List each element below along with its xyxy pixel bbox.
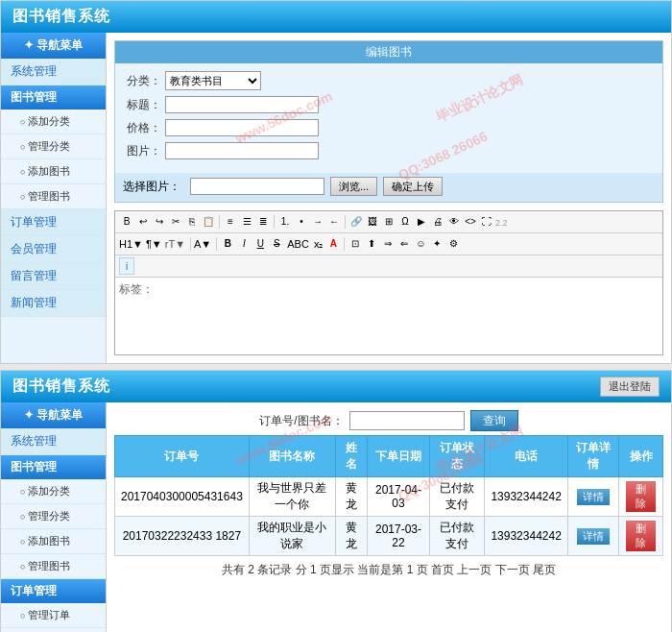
table-row: 2017040300005431643 我与世界只差一个你 黄龙 2017-04… — [115, 477, 663, 517]
sidebar-bottom: ✦ 导航菜单 系统管理 图书管理 添加分类 管理分类 添加图书 管理图书 订单管… — [1, 402, 107, 632]
rte-heading-label: H1▼ — [119, 238, 143, 250]
rte-media-btn[interactable]: ▶ — [414, 213, 429, 231]
sidebar2-item-add-book[interactable]: 添加图书 — [1, 529, 106, 554]
cell-detail-1: 详情 — [567, 477, 619, 517]
col-header-bookname: 图书名称 — [249, 436, 335, 477]
sidebar-header: ✦ 导航菜单 — [1, 33, 106, 59]
rte-color-btn[interactable]: A — [325, 235, 341, 253]
table-row: 20170322232433 1827 我的职业是小说家 黄龙 2017-03-… — [115, 517, 663, 556]
rte-ol-btn[interactable]: 1. — [277, 213, 293, 231]
image-label: 图片： — [127, 143, 160, 159]
rte-bold-btn[interactable]: B — [119, 213, 134, 231]
rte-undo-btn[interactable]: ↩ — [135, 213, 151, 231]
sidebar2-item-view-orders[interactable]: 查阅订单 — [1, 628, 106, 632]
cell-date-1: 2017-04-03 — [368, 477, 430, 517]
detail-btn-2[interactable]: 详情 — [577, 528, 610, 545]
col-header-date: 下单日期 — [368, 436, 430, 477]
rte-alignright-btn[interactable]: ≣ — [255, 213, 271, 231]
sidebar2-item-manage-orders[interactable]: 管理订单 — [1, 603, 106, 628]
rte-placeholder: 标签： — [119, 282, 154, 296]
rte-table-btn[interactable]: ⊞ — [381, 213, 396, 231]
search-button[interactable]: 查询 — [470, 410, 518, 431]
sidebar-item-add-book[interactable]: 添加图书 — [1, 159, 106, 184]
rte-charmap2-label: ABC — [287, 238, 309, 250]
search-input[interactable] — [349, 411, 465, 430]
rte-upload2-btn[interactable]: ⬆ — [364, 235, 379, 253]
rte-underline2-btn[interactable]: U — [252, 235, 268, 253]
rte-print-btn[interactable]: 🖨 — [430, 213, 445, 231]
exit-button[interactable]: 退出登陆 — [600, 377, 660, 397]
rte-code-btn[interactable]: <> — [463, 213, 478, 231]
sidebar2-item-orders[interactable]: 订单管理 — [1, 579, 106, 603]
sidebar-item-news[interactable]: 新闻管理 — [1, 290, 106, 317]
rte-link-btn[interactable]: 🔗 — [348, 213, 364, 231]
sidebar2-item-add-category[interactable]: 添加分类 — [1, 479, 106, 504]
sidebar2-item-manage-category[interactable]: 管理分类 — [1, 504, 106, 529]
rte-bold2-btn[interactable]: B — [220, 235, 235, 253]
cell-orderno-2: 20170322232433 1827 — [115, 517, 250, 556]
sidebar-item-add-category[interactable]: 添加分类 — [1, 109, 106, 134]
rte-redo-btn[interactable]: ↪ — [152, 213, 167, 231]
rte-cut-btn[interactable]: ✂ — [168, 213, 183, 231]
rte-toolbar-1: B ↩ ↪ ✂ ⎘ 📋 ≡ ☰ ≣ 1. • → ← — [115, 211, 662, 233]
rte-charmap-btn[interactable]: Ω — [397, 213, 413, 231]
col-header-name: 姓名 — [336, 436, 368, 477]
title-label: 标题： — [127, 97, 160, 113]
image-input[interactable] — [165, 142, 319, 159]
rte-maximize-btn[interactable]: ⛶ — [479, 213, 494, 231]
cell-bookname-1: 我与世界只差一个你 — [249, 477, 335, 517]
rte-extra-btn[interactable]: i — [119, 257, 134, 275]
rte-toolbar-2: H1▼ ¶▼ rT▼ A▼ B I U S ABC x₂ A — [115, 233, 662, 255]
sidebar-item-messages[interactable]: 留言管理 — [1, 263, 106, 290]
title-input[interactable] — [165, 96, 319, 113]
rte-copy-btn[interactable]: ⎘ — [184, 213, 200, 231]
col-header-status: 订单状态 — [429, 436, 485, 477]
category-select[interactable]: 教育类书目 科技 文学 历史 — [165, 71, 261, 90]
rte-body[interactable]: 标签： — [115, 278, 662, 354]
sidebar-header-2: ✦ 导航菜单 — [1, 402, 106, 428]
col-header-orderno: 订单号 — [115, 436, 250, 477]
sidebar-item-books[interactable]: 图书管理 — [1, 85, 106, 109]
app-title: 图书销售系统 — [12, 7, 110, 27]
sidebar2-item-manage-book[interactable]: 管理图书 — [1, 554, 106, 579]
sidebar-item-manage-book[interactable]: 管理图书 — [1, 184, 106, 209]
rte-italic2-btn[interactable]: I — [236, 235, 252, 253]
rte-strike2-btn[interactable]: S — [269, 235, 284, 253]
rte-aligncenter-btn[interactable]: ☰ — [239, 213, 254, 231]
delete-btn-1[interactable]: 删除 — [626, 481, 656, 512]
rte-preview-btn[interactable]: 👁 — [446, 213, 462, 231]
search-bar: 订单号/图书名： 查询 — [107, 402, 671, 435]
sidebar-item-system[interactable]: 系统管理 — [1, 59, 106, 85]
sidebar-item-orders[interactable]: 订单管理 — [1, 209, 106, 236]
cell-action-1: 删除 — [619, 477, 663, 517]
delete-btn-2[interactable]: 删除 — [626, 521, 656, 551]
cell-bookname-2: 我的职业是小说家 — [249, 517, 335, 556]
upload-button[interactable]: 确定上传 — [383, 177, 443, 196]
cell-action-2: 删除 — [619, 517, 663, 556]
cell-phone-2: 13932344242 — [485, 517, 567, 556]
sidebar2-item-books[interactable]: 图书管理 — [1, 455, 106, 479]
sidebar2-item-system[interactable]: 系统管理 — [1, 428, 106, 455]
browse-button[interactable]: 浏览... — [330, 177, 377, 196]
sidebar-item-manage-category[interactable]: 管理分类 — [1, 134, 106, 159]
rte-indent-btn[interactable]: → — [310, 213, 325, 231]
rte-fontstyle-label: A▼ — [194, 238, 211, 250]
rte-special-btn[interactable]: ⚙ — [445, 235, 461, 253]
rte-image-btn[interactable]: 🖼 — [365, 213, 380, 231]
detail-btn-1[interactable]: 详情 — [577, 489, 610, 505]
file-path-input[interactable] — [190, 178, 324, 195]
rte-paste-btn[interactable]: 📋 — [201, 213, 216, 231]
price-input[interactable] — [165, 119, 319, 136]
rte-paragraph-label: ¶▼ — [146, 238, 162, 250]
rte-format2-btn[interactable]: ✦ — [429, 235, 444, 253]
rte-rtl-btn[interactable]: ⇐ — [396, 235, 412, 253]
edit-panel-title: 编辑图书 — [115, 41, 662, 63]
rte-ul-btn[interactable]: • — [294, 213, 309, 231]
rte-smiley-btn[interactable]: ☺ — [413, 235, 428, 253]
rte-table2-btn[interactable]: ⊡ — [348, 235, 363, 253]
file-select-label: 选择图片： — [123, 179, 180, 195]
rte-outdent-btn[interactable]: ← — [326, 213, 342, 231]
rte-ltr-btn[interactable]: ⇒ — [380, 235, 396, 253]
sidebar-item-members[interactable]: 会员管理 — [1, 236, 106, 263]
rte-alignleft-btn[interactable]: ≡ — [223, 213, 238, 231]
